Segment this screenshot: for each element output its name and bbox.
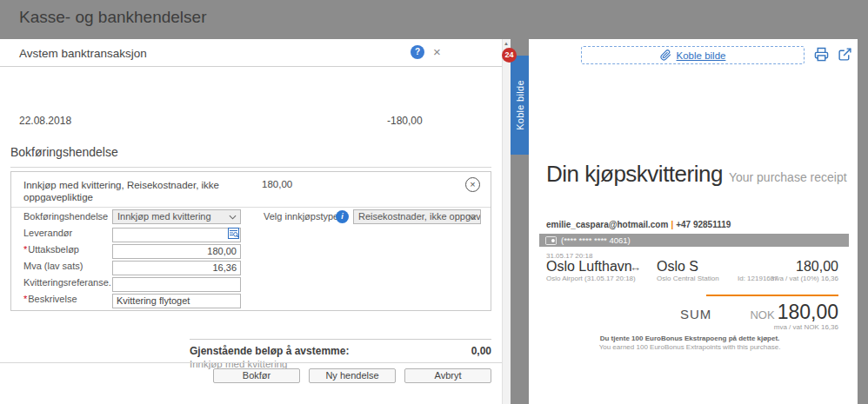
journey-to: Oslo S [657,259,698,275]
booking-summary-amount: 180,00 [262,179,292,189]
post-button[interactable]: Bokfør [213,368,300,383]
journey-from: Oslo Lufthavn [546,259,632,275]
new-event-button[interactable]: Ny hendelse [309,368,396,383]
receipt-title: Din kjøpskvittering [546,161,723,187]
form-row: Mva (lav sats) [11,259,491,274]
receipt-preview-panel: Koble bilde Din kjøpskvitteringYour purc… [529,39,858,404]
receipt-total: NOK180,00 [750,301,838,324]
notification-badge[interactable]: 24 [502,48,517,63]
receipt-subtitle: Your purchase receipt [729,170,847,184]
chevron-down-icon [469,214,477,221]
form-row: Leverandør [11,226,491,241]
receipt-title-row: Din kjøpskvitteringYour purchase receipt [546,161,847,188]
contact-separator: | [671,220,673,229]
receipt-card-number: (**** **** **** 4061) [561,235,631,245]
credit-card-icon [545,236,557,245]
description-label: *Beskrivelse [23,294,77,304]
divider [11,207,491,208]
bonus-text-en: You earned 100 EuroBonus Extrapoints wit… [546,343,833,351]
dialog-title: Avstem banktransaksjon [19,47,147,60]
booking-event-value: Innkjøp med kvittering [117,211,211,222]
receipt-card-bar: (**** **** **** 4061) [539,234,849,247]
scroll-up-icon[interactable]: ▲ [504,41,509,46]
help-icon[interactable]: ? [411,45,424,59]
divider [0,362,502,363]
section-title: Bokføringshendelse [10,145,491,168]
dialog-header: Avstem banktransaksjon ? × [0,39,502,67]
paperclip-icon [660,50,671,61]
open-in-new-window-icon[interactable] [838,47,852,62]
vat-label: Mva (lav sats) [23,261,83,271]
vat-input[interactable] [112,261,241,275]
remove-booking-icon[interactable]: × [465,177,480,192]
booking-event-label: Bokføringshendelse [23,211,108,222]
print-icon[interactable] [814,47,829,62]
journey-to-sub: Oslo Central Station [657,275,719,282]
journey-vat: mva / vat (10%) 16,36 [771,275,838,282]
divider [190,339,491,340]
required-mark: * [23,244,27,255]
chevron-down-icon [229,214,237,221]
close-icon[interactable]: × [433,43,441,61]
receipt-reference-input[interactable] [112,277,241,292]
purchase-type-label: Velg innkjøpstype [264,211,338,222]
form-row: Bokføringshendelse Innkjøp med kvitterin… [11,209,491,224]
sum-label: SUM [680,307,711,321]
attach-image-button[interactable]: Koble bilde [581,46,805,64]
total-amount: 180,00 [778,301,838,323]
required-mark: * [23,294,27,304]
remaining-amount-value: 0,00 [471,345,491,357]
booking-event-select[interactable]: Innkjøp med kvittering [112,209,241,224]
transaction-amount: -180,00 [387,115,423,127]
total-currency: NOK [750,308,774,321]
attach-image-link[interactable]: Koble bilde [677,50,726,61]
attach-image-tab-label: Koble bilde [515,80,525,130]
cancel-button[interactable]: Avbryt [404,368,491,383]
route-arrow-icon: ↔ [630,261,641,274]
withdrawal-amount-input[interactable] [112,244,241,259]
receipt-reference-label: Kvitteringsreferanse. [23,277,111,288]
purchase-type-value: Reisekostnader, ikke oppgave... [358,211,481,222]
withdrawal-amount-label: *Uttaksbeløp [23,244,79,255]
receipt-phone: +47 92851119 [676,220,731,229]
form-row: *Beskrivelse [11,292,491,307]
receipt-contact: emilie_caspara@hotmail.com|+47 92851119 [546,220,731,229]
dialog-scrollbar[interactable]: ▲ [502,39,511,404]
journey-from-sub: Oslo Airport (31.05.17 20:18) [546,275,636,282]
receipt-email: emilie_caspara@hotmail.com [546,220,668,229]
receipt-divider [706,295,838,296]
form-row: *Uttaksbeløp [11,242,491,257]
info-icon[interactable]: i [336,210,349,223]
supplier-lookup-icon[interactable] [228,228,239,239]
form-row: Kvitteringsreferanse. [11,275,491,290]
page-title: Kasse- og bankhendelser [19,8,206,27]
remaining-amount-label: Gjenstående beløp å avstemme: [190,345,349,357]
supplier-label: Leverandør [23,228,72,238]
booking-event-box: Innkjøp med kvittering, Reisekostnader, … [10,171,491,311]
supplier-input[interactable] [112,228,241,242]
transaction-date: 22.08.2018 [19,115,71,127]
purchase-type-select[interactable]: Reisekostnader, ikke oppgave... [353,209,481,224]
journey-amount: 180,00 [796,259,838,275]
total-vat: mva / vat NOK 16,36 [774,323,838,331]
description-input[interactable] [112,294,241,308]
reconcile-dialog: Avstem banktransaksjon ? × 22.08.2018 -1… [0,39,502,404]
attach-image-tab[interactable]: Koble bilde [511,56,529,155]
booking-summary: Innkjøp med kvittering, Reisekostnader, … [23,179,245,203]
bonus-text-no: Du tjente 100 EuroBonus Ekstrapoeng på d… [546,334,833,342]
